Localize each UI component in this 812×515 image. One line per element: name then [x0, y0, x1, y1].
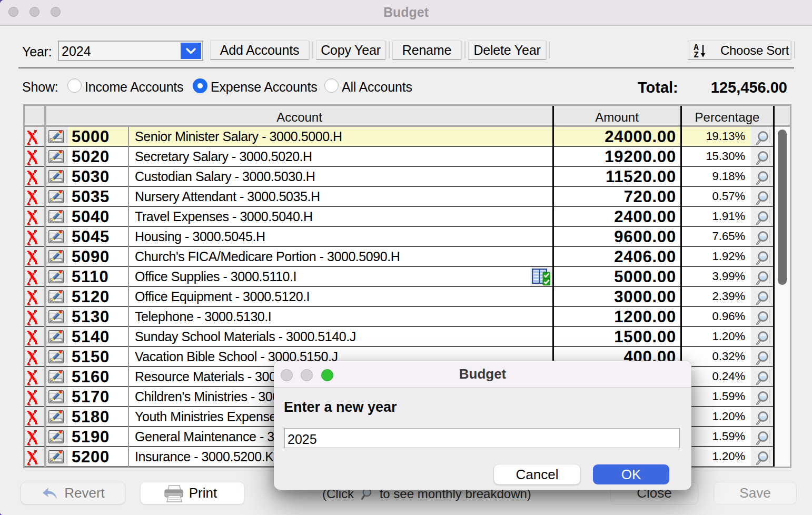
svg-text:Z: Z [694, 51, 698, 58]
